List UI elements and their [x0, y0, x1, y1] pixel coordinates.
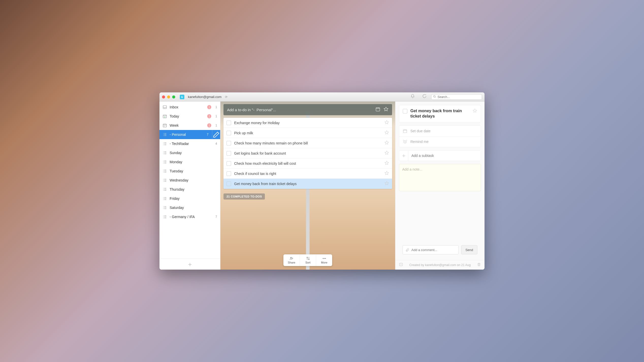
sidebar-badge: 1 [207, 105, 211, 109]
note-input[interactable] [402, 167, 478, 187]
task-checkbox[interactable] [227, 182, 231, 186]
task-star-icon[interactable] [384, 181, 389, 187]
sort-button[interactable]: Sort [300, 254, 316, 266]
sidebar-item-tuesday[interactable]: Tuesday [159, 167, 220, 176]
sidebar-item-sunday[interactable]: Sunday [159, 148, 220, 157]
svg-rect-5 [376, 108, 380, 111]
task-row[interactable]: Check if council tax is right [223, 169, 392, 179]
inbox-icon [163, 105, 167, 109]
task-row[interactable]: Check how many minutes remain on phone b… [223, 138, 392, 148]
due-date-icon[interactable] [375, 107, 380, 113]
attachment-icon[interactable] [405, 248, 409, 252]
sidebar-item-week[interactable]: Week11 [159, 121, 220, 130]
list-icon [163, 141, 167, 146]
task-title: Get money back from train ticket delays [234, 182, 381, 186]
sidebar-item-label: Sunday [170, 151, 217, 155]
search-input[interactable] [438, 95, 480, 99]
sidebar-item-today[interactable]: 26Today11 [159, 112, 220, 121]
comment-input-wrap[interactable] [402, 245, 459, 254]
add-subtask-input[interactable] [408, 151, 481, 161]
task-star-icon[interactable] [384, 151, 389, 156]
sidebar-item-wednesday[interactable]: Wednesday [159, 176, 220, 185]
add-todo-bar[interactable] [223, 104, 392, 115]
task-star-icon[interactable] [384, 120, 389, 126]
account-email[interactable]: kanefulton@gmail.com [188, 95, 221, 99]
sidebar-item-label: Inbox [170, 105, 205, 109]
task-star-icon[interactable] [384, 130, 389, 136]
sidebar-count: 7 [207, 133, 208, 136]
svg-rect-10 [403, 129, 407, 133]
window-minimize-button[interactable] [167, 95, 170, 98]
share-button[interactable]: Share [283, 254, 300, 266]
task-row[interactable]: Get money back from train ticket delays [223, 179, 392, 189]
comment-input[interactable] [411, 248, 456, 252]
svg-point-8 [324, 258, 325, 259]
list-icon [163, 187, 167, 192]
delete-task-icon[interactable] [477, 262, 481, 267]
task-row[interactable]: Get logins back for bank account [223, 148, 392, 158]
search-icon [433, 95, 436, 99]
add-subtask-icon[interactable]: ＋ [399, 151, 408, 161]
detail-panel: Get money back from train ticket delays … [395, 102, 485, 270]
sidebar-item-monday[interactable]: Monday [159, 157, 220, 167]
sync-icon[interactable]: ⟳ [225, 95, 228, 99]
detail-star-icon[interactable] [473, 108, 477, 119]
sidebar-item-germany[interactable]: - Germany / IFA7 [159, 212, 220, 221]
sidebar-item-saturday[interactable]: Saturday [159, 203, 220, 212]
sidebar-badge: 1 [207, 114, 211, 118]
task-checkbox[interactable] [227, 151, 231, 156]
remind-me-button[interactable]: Remind me [399, 136, 481, 147]
sidebar-item-inbox[interactable]: Inbox11 [159, 103, 220, 112]
list-icon [163, 178, 167, 183]
set-due-date-button[interactable]: Set due date [399, 126, 481, 136]
app-body: Inbox1126Today11Week11- Personal7- TechR… [159, 102, 485, 270]
task-title: Check how much electricity bill will cos… [234, 161, 381, 166]
today-icon: 26 [163, 114, 167, 119]
more-label: More [321, 261, 327, 264]
sidebar-count: 1 [215, 114, 217, 118]
account-avatar[interactable]: k [180, 95, 184, 99]
window-close-button[interactable] [162, 95, 165, 98]
task-star-icon[interactable] [384, 161, 389, 166]
detail-header: Get money back from train ticket delays [399, 105, 481, 122]
task-row[interactable]: Pick up milk [223, 128, 392, 138]
notifications-icon[interactable] [410, 94, 415, 100]
add-todo-input[interactable] [227, 108, 372, 112]
sidebar-item-techradar[interactable]: - TechRadar4 [159, 139, 220, 148]
task-row[interactable]: Exchange money for Holiday [223, 118, 392, 128]
edit-list-icon[interactable] [212, 130, 220, 139]
sidebar-badge: 1 [207, 123, 211, 127]
subtask-block: ＋ [399, 150, 481, 161]
list-icon [163, 160, 167, 164]
svg-point-7 [323, 258, 323, 259]
collapse-detail-icon[interactable] [399, 262, 403, 267]
search-box[interactable] [431, 94, 482, 100]
remind-label: Remind me [410, 140, 429, 144]
sidebar-count: 1 [215, 105, 217, 109]
sidebar: Inbox1126Today11Week11- Personal7- TechR… [159, 102, 220, 270]
sidebar-item-label: - Personal [170, 133, 203, 137]
completed-todos-toggle[interactable]: 21 COMPLETED TO-DOS [223, 193, 265, 200]
task-star-icon[interactable] [384, 140, 389, 146]
detail-complete-checkbox[interactable] [403, 109, 407, 113]
task-checkbox[interactable] [227, 131, 231, 135]
sidebar-item-friday[interactable]: Friday [159, 194, 220, 203]
sidebar-item-label: Tuesday [170, 169, 217, 173]
task-checkbox[interactable] [227, 171, 231, 176]
sidebar-item-thursday[interactable]: Thursday [159, 185, 220, 194]
star-icon[interactable] [383, 107, 389, 113]
sidebar-item-personal[interactable]: - Personal7 [159, 130, 220, 139]
task-row[interactable]: Check how much electricity bill will cos… [223, 158, 392, 169]
more-button[interactable]: More [316, 254, 332, 266]
list-toolbar: Share Sort More [283, 254, 332, 266]
note-box[interactable] [399, 164, 481, 191]
task-checkbox[interactable] [227, 161, 231, 166]
send-button[interactable]: Send [461, 245, 477, 254]
detail-title[interactable]: Get money back from train ticket delays [410, 108, 470, 119]
task-checkbox[interactable] [227, 121, 231, 125]
task-checkbox[interactable] [227, 141, 231, 145]
add-list-button[interactable]: ＋ [187, 260, 193, 268]
activity-icon[interactable] [422, 94, 427, 100]
window-maximize-button[interactable] [172, 95, 175, 98]
task-star-icon[interactable] [384, 171, 389, 176]
